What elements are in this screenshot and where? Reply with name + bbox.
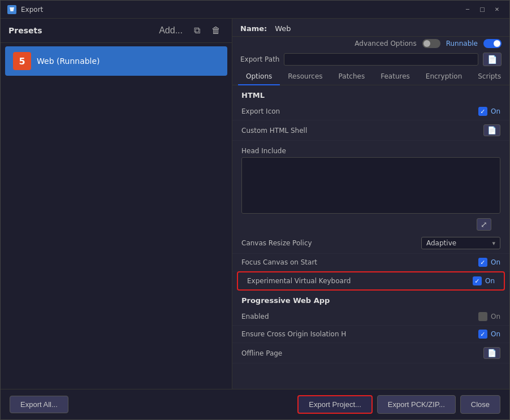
enabled-value: On — [491, 313, 500, 321]
advanced-options-row: Advanced Options Runnable — [232, 37, 509, 50]
enabled-checkbox[interactable] — [478, 312, 487, 321]
footer: Export All... Export Project... Export P… — [1, 389, 509, 419]
right-panel: Name: Web Advanced Options Runnable Expo… — [232, 19, 509, 389]
experimental-keyboard-checkbox[interactable] — [473, 276, 482, 285]
tab-resources[interactable]: Resources — [280, 68, 330, 85]
tab-options[interactable]: Options — [238, 68, 280, 85]
offline-page-row: Offline Page 📄 — [232, 343, 509, 363]
experimental-keyboard-value: On — [485, 277, 495, 285]
name-label: Name: — [240, 24, 267, 33]
runnable-label: Runnable — [446, 40, 478, 47]
tab-features[interactable]: Features — [373, 68, 418, 85]
head-include-section: Head Include ⤢ — [232, 141, 509, 233]
sidebar-header: Presets Add... ⧉ 🗑 — [1, 19, 232, 43]
window-icon — [7, 5, 16, 14]
export-path-label: Export Path — [240, 55, 279, 63]
html-section-header: HTML — [232, 85, 509, 103]
preset-label: Web (Runnable) — [37, 57, 100, 66]
cross-origin-control: On — [478, 330, 500, 339]
pwa-section-header: Progressive Web App — [232, 291, 509, 308]
titlebar: Export ─ □ ✕ — [1, 1, 509, 19]
maximize-button[interactable]: □ — [477, 4, 488, 15]
close-button[interactable]: Close — [460, 395, 500, 414]
runnable-toggle[interactable] — [483, 39, 502, 48]
cross-origin-checkbox[interactable] — [478, 330, 487, 339]
offline-page-label: Offline Page — [241, 349, 483, 357]
canvas-resize-arrow: ▾ — [492, 240, 495, 247]
custom-html-shell-button[interactable]: 📄 — [483, 124, 500, 136]
cross-origin-label: Ensure Cross Origin Isolation H — [241, 330, 478, 338]
add-preset-button[interactable]: Add... — [155, 24, 186, 37]
name-value: Web — [275, 24, 291, 33]
canvas-resize-row: Canvas Resize Policy Adaptive ▾ — [232, 233, 509, 254]
html5-icon: 5 — [13, 52, 31, 70]
head-include-label: Head Include — [241, 147, 500, 155]
custom-html-shell-label: Custom HTML Shell — [241, 127, 483, 135]
enabled-row: Enabled On — [232, 308, 509, 326]
tab-patches[interactable]: Patches — [331, 68, 373, 85]
window-title: Export — [21, 6, 43, 14]
export-path-row: Export Path 📄 — [232, 50, 509, 68]
focus-canvas-control: On — [478, 258, 500, 267]
preset-item-web[interactable]: 5 Web (Runnable) — [5, 46, 227, 76]
titlebar-controls: ─ □ ✕ — [462, 4, 503, 15]
export-icon-control: On — [478, 107, 500, 116]
export-project-button[interactable]: Export Project... — [297, 395, 372, 414]
head-include-row: Head Include — [232, 143, 509, 157]
focus-canvas-label: Focus Canvas on Start — [241, 258, 478, 266]
advanced-options-toggle[interactable] — [422, 39, 440, 48]
export-window: Export ─ □ ✕ Presets Add... ⧉ 🗑 5 — [0, 0, 510, 420]
panel-content: HTML Export Icon On Custom HTML Shell 📄 — [232, 85, 509, 389]
footer-right: Export Project... Export PCK/ZIP... Clos… — [297, 395, 500, 414]
experimental-keyboard-row: Experimental Virtual Keyboard On — [237, 271, 505, 291]
duplicate-preset-button[interactable]: ⧉ — [191, 24, 204, 37]
export-icon-value: On — [491, 107, 500, 115]
export-icon-label: Export Icon — [241, 107, 478, 115]
name-row: Name: Web — [232, 19, 509, 37]
minimize-button[interactable]: ─ — [462, 4, 473, 15]
experimental-keyboard-label: Experimental Virtual Keyboard — [247, 277, 473, 285]
cross-origin-value: On — [491, 330, 500, 338]
export-icon-checkbox[interactable] — [478, 107, 487, 116]
delete-preset-button[interactable]: 🗑 — [208, 24, 224, 37]
head-include-textarea[interactable] — [241, 157, 500, 214]
export-icon-row: Export Icon On — [232, 103, 509, 120]
export-path-input[interactable] — [284, 53, 478, 66]
expand-textarea-button[interactable]: ⤢ — [477, 218, 491, 231]
canvas-resize-value: Adaptive — [426, 239, 487, 247]
enabled-label: Enabled — [241, 313, 478, 321]
export-all-button[interactable]: Export All... — [10, 396, 68, 413]
close-window-button[interactable]: ✕ — [491, 4, 503, 15]
tab-encryption[interactable]: Encryption — [418, 68, 470, 85]
main-content: Presets Add... ⧉ 🗑 5 Web (Runnable) Name… — [1, 19, 509, 389]
custom-html-shell-row: Custom HTML Shell 📄 — [232, 120, 509, 141]
offline-page-button[interactable]: 📄 — [483, 347, 500, 359]
tabs-bar: Options Resources Patches Features Encry… — [232, 68, 509, 85]
footer-left: Export All... — [10, 396, 68, 413]
export-path-folder-button[interactable]: 📄 — [483, 53, 502, 66]
titlebar-left: Export — [7, 5, 43, 14]
enabled-control: On — [478, 312, 500, 321]
focus-canvas-value: On — [491, 258, 500, 266]
experimental-keyboard-control: On — [473, 276, 495, 285]
focus-canvas-row: Focus Canvas on Start On — [232, 254, 509, 271]
export-pck-button[interactable]: Export PCK/ZIP... — [377, 395, 456, 414]
canvas-resize-select[interactable]: Adaptive ▾ — [421, 237, 500, 249]
canvas-resize-label: Canvas Resize Policy — [241, 239, 421, 247]
focus-canvas-checkbox[interactable] — [478, 258, 487, 267]
sidebar: Presets Add... ⧉ 🗑 5 Web (Runnable) — [1, 19, 232, 389]
cross-origin-row: Ensure Cross Origin Isolation H On — [232, 326, 509, 343]
tab-scripts[interactable]: Scripts — [470, 68, 509, 85]
presets-title: Presets — [8, 26, 42, 35]
sidebar-header-actions: Add... ⧉ 🗑 — [155, 24, 224, 37]
advanced-options-label: Advanced Options — [355, 40, 416, 47]
